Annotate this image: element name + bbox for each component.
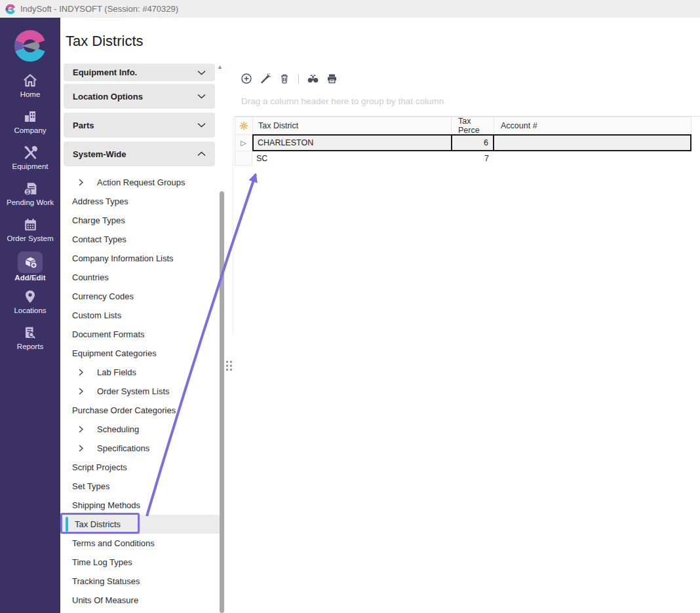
nav-item-equipment[interactable]: Equipment bbox=[0, 143, 60, 179]
list-item-scheduling[interactable]: Scheduling bbox=[60, 420, 220, 439]
list-item-address-types[interactable]: Address Types bbox=[60, 192, 220, 211]
list-item-order-system-lists[interactable]: Order System Lists bbox=[60, 382, 220, 401]
circle-plus-icon bbox=[241, 73, 252, 84]
list-item-terms-and-conditions[interactable]: Terms and Conditions bbox=[60, 534, 220, 553]
page-title: Tax Districts bbox=[66, 33, 144, 50]
list-item-set-types[interactable]: Set Types bbox=[60, 477, 220, 496]
accordion-location-options[interactable]: Location Options bbox=[64, 84, 215, 109]
accordion-label: Parts bbox=[73, 121, 94, 130]
system-wide-list: Action Request Groups Address Types Char… bbox=[60, 173, 220, 610]
list-item-countries[interactable]: Countries bbox=[60, 268, 220, 287]
grid-row-selected[interactable]: CHARLESTON 6 bbox=[252, 134, 691, 151]
grid-row[interactable]: SC 7 bbox=[252, 151, 691, 166]
nav-item-order-system[interactable]: Order System bbox=[0, 215, 60, 251]
nav-item-reports[interactable]: Reports bbox=[0, 324, 60, 360]
panel-scrollbar[interactable] bbox=[220, 191, 224, 613]
home-icon bbox=[20, 71, 40, 90]
chevron-right-icon bbox=[77, 445, 85, 452]
chevron-right-icon bbox=[77, 388, 85, 395]
row-indicator[interactable]: ▷ bbox=[235, 134, 252, 151]
cell-tax-district[interactable]: CHARLESTON bbox=[254, 136, 451, 150]
company-icon bbox=[20, 107, 40, 126]
column-header-account[interactable]: Account # bbox=[494, 117, 691, 134]
accordion-label: Equipment Info. bbox=[73, 67, 137, 77]
list-item-specifications[interactable]: Specifications bbox=[60, 439, 220, 458]
header-options-icon bbox=[239, 121, 248, 130]
nav-item-locations[interactable]: Locations bbox=[0, 288, 60, 324]
list-item-action-request-groups[interactable]: Action Request Groups bbox=[60, 173, 220, 192]
nav-item-add-edit[interactable]: Add/Edit bbox=[0, 251, 60, 288]
column-header-tax-district[interactable]: Tax District bbox=[253, 117, 451, 134]
nav-label: Add/Edit bbox=[14, 274, 45, 282]
add-record-button[interactable] bbox=[240, 72, 253, 85]
list-item-units-of-measure[interactable]: Units Of Measure bbox=[60, 591, 220, 610]
window-titlebar: IndySoft - INDYSOFT (Session: #470329) bbox=[0, 0, 700, 18]
chevron-right-icon bbox=[77, 179, 85, 186]
toolbar-separator bbox=[298, 74, 299, 84]
chevron-right-icon bbox=[77, 426, 85, 433]
accordion-equipment-info[interactable]: Equipment Info. bbox=[64, 64, 215, 81]
chevron-up-icon bbox=[197, 151, 206, 157]
list-item-contact-types[interactable]: Contact Types bbox=[60, 230, 220, 249]
cell-tax-perce[interactable]: 6 bbox=[451, 136, 493, 150]
accordion-parts[interactable]: Parts bbox=[64, 113, 215, 138]
row-indicator[interactable] bbox=[235, 151, 252, 166]
column-header-tax-perce[interactable]: Tax Perce bbox=[451, 117, 494, 134]
find-button[interactable] bbox=[306, 72, 319, 85]
list-item-charge-types[interactable]: Charge Types bbox=[60, 211, 220, 230]
nav-label: Locations bbox=[14, 306, 46, 314]
group-by-hint: Drag a column header here to group by th… bbox=[241, 96, 444, 106]
chevron-right-icon bbox=[77, 369, 85, 376]
order-system-icon bbox=[20, 215, 40, 234]
chevron-down-icon bbox=[197, 70, 206, 75]
nav-label: Home bbox=[20, 90, 41, 98]
printer-icon bbox=[326, 73, 338, 84]
magic-wand-icon bbox=[260, 73, 271, 84]
indysoft-logo-icon bbox=[14, 29, 47, 62]
cell-account[interactable] bbox=[493, 136, 690, 150]
nav-label: Pending Work bbox=[7, 198, 54, 206]
binoculars-icon bbox=[307, 73, 319, 84]
list-item-script-projects[interactable]: Script Projects bbox=[60, 458, 220, 477]
scroll-up-icon[interactable]: ▲ bbox=[217, 64, 223, 70]
list-item-lab-fields[interactable]: Lab Fields bbox=[60, 363, 220, 382]
list-item-currency-codes[interactable]: Currency Codes bbox=[60, 287, 220, 306]
nav-label: Order System bbox=[7, 234, 54, 242]
list-item-equipment-categories[interactable]: Equipment Categories bbox=[60, 344, 220, 363]
list-item-document-formats[interactable]: Document Formats bbox=[60, 325, 220, 344]
edit-record-button[interactable] bbox=[259, 72, 272, 85]
list-item-purchase-order-categories[interactable]: Purchase Order Categories bbox=[60, 401, 220, 420]
svg-text:$: $ bbox=[26, 188, 29, 195]
selection-accent-bar bbox=[66, 517, 68, 532]
nav-item-pending-work[interactable]: $ Pending Work bbox=[0, 179, 60, 215]
list-item-time-log-types[interactable]: Time Log Types bbox=[60, 553, 220, 572]
accordion-system-wide[interactable]: System-Wide bbox=[64, 141, 215, 166]
locations-icon bbox=[20, 288, 40, 306]
row-expander-icon[interactable]: ▷ bbox=[241, 139, 246, 147]
delete-record-button[interactable] bbox=[278, 72, 291, 85]
nav-item-company[interactable]: Company bbox=[0, 107, 60, 143]
list-item-shipping-methods[interactable]: Shipping Methods bbox=[60, 496, 220, 515]
equipment-icon bbox=[20, 143, 40, 162]
list-item-company-information-lists[interactable]: Company Information Lists bbox=[60, 249, 220, 268]
trash-icon bbox=[279, 73, 290, 84]
list-item-custom-lists[interactable]: Custom Lists bbox=[60, 306, 220, 325]
window-title: IndySoft - INDYSOFT (Session: #470329) bbox=[20, 4, 178, 14]
nav-item-home[interactable]: Home bbox=[0, 71, 60, 107]
add-edit-icon bbox=[18, 251, 43, 273]
grid-toolbar bbox=[240, 72, 338, 85]
grid-options-cell[interactable] bbox=[235, 117, 253, 134]
cell-tax-perce[interactable]: 7 bbox=[451, 151, 494, 166]
list-item-tracking-statuses[interactable]: Tracking Statuses bbox=[60, 572, 220, 591]
main-nav: Home Company Equipment $ Pendi bbox=[0, 18, 60, 613]
cell-account[interactable] bbox=[494, 151, 691, 166]
chevron-down-icon bbox=[197, 122, 206, 128]
reports-icon bbox=[20, 324, 40, 342]
accordion-label: Location Options bbox=[73, 92, 143, 102]
print-button[interactable] bbox=[325, 72, 338, 85]
grid-header-row: Tax District Tax Perce Account # bbox=[235, 117, 691, 135]
cell-tax-district[interactable]: SC bbox=[252, 151, 451, 166]
list-item-tax-districts[interactable]: Tax Districts bbox=[60, 515, 220, 534]
chevron-down-icon bbox=[197, 94, 206, 99]
splitter-grip[interactable] bbox=[226, 361, 232, 373]
